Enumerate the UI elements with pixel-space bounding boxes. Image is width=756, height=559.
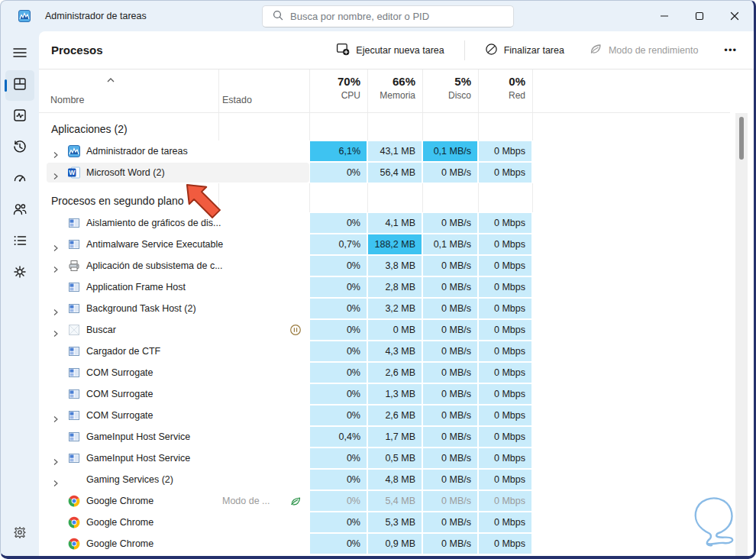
- column-disk[interactable]: 5% Disco: [423, 69, 477, 112]
- efficiency-mode-icon: [589, 42, 603, 58]
- net-label: Red: [479, 90, 525, 101]
- exe-icon: [68, 409, 80, 422]
- net-cell: 0 Mbps: [479, 213, 531, 233]
- sidebar-item-menu[interactable]: [5, 39, 34, 69]
- mem-cell: 0,5 MB: [368, 448, 422, 468]
- exe-icon: [68, 388, 80, 400]
- column-net[interactable]: 0% Red: [479, 69, 531, 112]
- chevron-right-icon[interactable]: [53, 170, 59, 183]
- sidebar: [1, 31, 39, 556]
- chevron-right-icon[interactable]: [53, 263, 59, 276]
- process-name: Google Chrome: [86, 496, 153, 506]
- table-row[interactable]: GameInput Host Service0%0,5 MB0 MB/s0 Mb…: [39, 448, 754, 469]
- table-row[interactable]: Background Task Host (2)0%3,2 MB0 MB/s0 …: [39, 298, 754, 319]
- table-row[interactable]: Cargador de CTF0%4,3 MB0 MB/s0 Mbps: [39, 341, 754, 362]
- table-row[interactable]: COM Surrogate0%1,3 MB0 MB/s0 Mbps: [39, 383, 754, 405]
- net-cell: 0 Mbps: [479, 406, 531, 425]
- chevron-right-icon[interactable]: [53, 455, 59, 469]
- scrollbar-thumb[interactable]: [739, 117, 744, 160]
- sidebar-item-processes[interactable]: [5, 70, 34, 101]
- process-name: COM Surrogate: [86, 367, 153, 378]
- chevron-right-icon[interactable]: [53, 327, 59, 341]
- disk-cell: 0 MB/s: [423, 213, 477, 233]
- cpu-cell: 0%: [310, 299, 367, 318]
- maximize-button[interactable]: [682, 1, 717, 31]
- run-new-task-button[interactable]: Ejecutar nueva tarea: [331, 38, 448, 62]
- disk-cell: 0 MB/s: [423, 163, 477, 183]
- mem-cell: 1,3 MB: [368, 384, 422, 404]
- end-task-button[interactable]: Finalizar tarea: [480, 39, 569, 62]
- table-row[interactable]: COM Surrogate0%2,6 MB0 MB/s0 Mbps: [39, 405, 754, 426]
- search-box[interactable]: [262, 5, 514, 27]
- mem-cell: 1,7 MB: [368, 427, 422, 447]
- table-row[interactable]: Aplicación de subsistema de c...0%3,8 MB…: [39, 255, 754, 276]
- table-row[interactable]: COM Surrogate0%2,6 MB0 MB/s0 Mbps: [39, 362, 754, 383]
- sidebar-item-services[interactable]: [5, 258, 34, 289]
- sidebar-item-details[interactable]: [5, 227, 34, 257]
- page-title: Procesos: [51, 44, 103, 57]
- column-cpu[interactable]: 70% CPU: [310, 69, 367, 112]
- suspended-pause-icon: [289, 324, 302, 336]
- sidebar-item-users[interactable]: [5, 195, 34, 226]
- net-cell: 0 Mbps: [479, 427, 531, 447]
- table-row[interactable]: Application Frame Host0%2,8 MB0 MB/s0 Mb…: [39, 276, 754, 298]
- exe-icon: [68, 238, 80, 250]
- cpu-cell: 0%: [310, 363, 367, 383]
- app-history-icon: [12, 139, 27, 157]
- column-memory[interactable]: 66% Memoria: [368, 69, 422, 112]
- cpu-cell: 0%: [310, 341, 367, 361]
- table-row[interactable]: Google ChromeModo de ...0%5,4 MB0 MB/s0 …: [39, 490, 754, 512]
- sidebar-item-performance[interactable]: [5, 102, 34, 132]
- cpu-cell: 0%: [310, 534, 367, 554]
- efficiency-mode-button[interactable]: Modo de rendimiento: [584, 38, 703, 62]
- lightbulb-watermark-icon: [684, 493, 745, 556]
- column-separator: [422, 183, 423, 212]
- group-header[interactable]: Aplicaciones (2): [39, 113, 754, 141]
- chevron-right-icon[interactable]: [53, 305, 59, 319]
- disk-cell: 0 MB/s: [423, 448, 477, 468]
- table-row[interactable]: Buscar0%0 MB0 MB/s0 Mbps: [39, 319, 754, 341]
- net-cell: 0 Mbps: [479, 299, 531, 318]
- chevron-right-icon[interactable]: [53, 241, 59, 255]
- process-name: GameInput Host Service: [86, 431, 190, 442]
- table-row[interactable]: WMicrosoft Word (2)0%56,4 MB0 MB/s0 Mbps: [39, 162, 754, 183]
- table-row[interactable]: Gaming Services (2)0%4,8 MB0 MB/s0 Mbps: [39, 469, 754, 490]
- process-name: Administrador de tareas: [86, 146, 188, 157]
- mem-cell: 2,6 MB: [368, 363, 422, 383]
- more-options-button[interactable]: •••: [718, 41, 743, 59]
- close-button[interactable]: [717, 1, 752, 31]
- search-input[interactable]: [290, 11, 513, 22]
- memory-label: Memoria: [368, 90, 415, 101]
- sort-ascending-icon[interactable]: [106, 73, 115, 86]
- column-separator: [367, 69, 368, 112]
- minimize-button[interactable]: [647, 1, 682, 31]
- table-row[interactable]: Administrador de tareas6,1%43,1 MB0,1 MB…: [39, 141, 754, 162]
- table-row[interactable]: GameInput Host Service0,4%1,7 MB0 MB/s0 …: [39, 426, 754, 448]
- cpu-cell: 6,1%: [310, 141, 367, 161]
- column-separator: [532, 69, 533, 112]
- users-icon: [12, 202, 27, 220]
- cpu-cell: 0,4%: [310, 427, 367, 447]
- column-status[interactable]: Estado: [222, 95, 252, 105]
- chevron-right-icon[interactable]: [53, 148, 59, 162]
- column-separator: [309, 113, 310, 141]
- table-row[interactable]: Aislamiento de gráficos de dis...0%4,1 M…: [39, 212, 754, 234]
- task-manager-app-icon: [18, 10, 31, 22]
- vertical-scrollbar[interactable]: [735, 113, 748, 556]
- mem-cell: 3,8 MB: [368, 256, 422, 276]
- sidebar-item-app-history[interactable]: [5, 133, 34, 163]
- table-row[interactable]: Google Chrome0%0,9 MB0 MB/s0 Mbps: [39, 533, 754, 554]
- group-header[interactable]: Procesos en segundo plano: [39, 183, 754, 212]
- sidebar-item-startup-apps[interactable]: [5, 164, 34, 195]
- chevron-right-icon[interactable]: [53, 477, 59, 490]
- process-name: Antimalware Service Executable: [86, 239, 223, 250]
- process-name: Background Task Host (2): [86, 303, 196, 314]
- table-row[interactable]: Antimalware Service Executable0,7%188,2 …: [39, 234, 754, 255]
- mem-cell: 188,2 MB: [368, 234, 422, 254]
- sidebar-item-settings[interactable]: [5, 519, 34, 548]
- chevron-right-icon[interactable]: [53, 412, 59, 426]
- mem-cell: 43,1 MB: [368, 141, 422, 161]
- column-name[interactable]: Nombre: [50, 95, 84, 105]
- disk-cell: 0 MB/s: [423, 491, 477, 511]
- table-row[interactable]: Google Chrome0%5,3 MB0 MB/s0 Mbps: [39, 512, 754, 533]
